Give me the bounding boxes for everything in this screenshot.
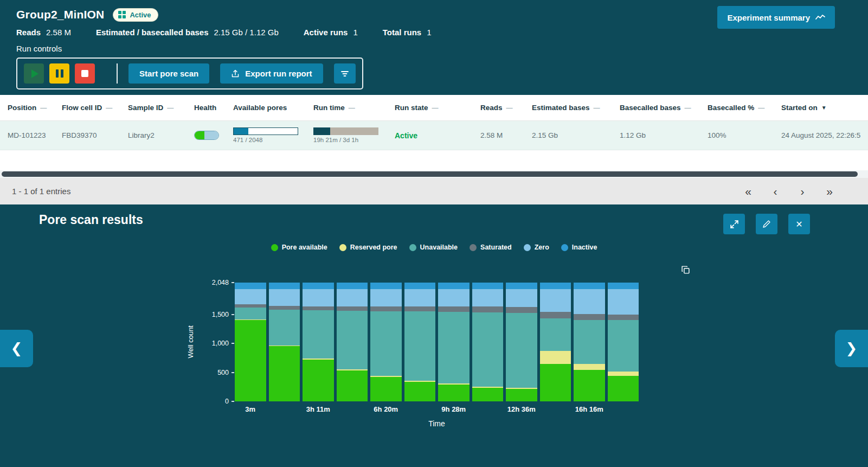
stat-value: 1 bbox=[427, 28, 431, 37]
first-page-button[interactable]: « bbox=[741, 185, 755, 197]
column-label: Reads bbox=[480, 104, 503, 112]
column-label: Available pores bbox=[233, 104, 287, 112]
export-run-report-button[interactable]: Export run report bbox=[220, 63, 323, 84]
expand-chart-button[interactable] bbox=[723, 214, 745, 234]
segment-inactive bbox=[404, 283, 436, 289]
cell-available-pores: 471 / 2048 bbox=[233, 127, 313, 143]
horizontal-scrollbar[interactable] bbox=[0, 170, 868, 178]
pore-scan-plot bbox=[235, 283, 639, 401]
column-label: Started on bbox=[781, 104, 818, 112]
stat-total-runs: Total runs 1 bbox=[383, 28, 432, 37]
scan-bar-6[interactable] bbox=[404, 283, 436, 401]
scan-bar-2[interactable] bbox=[269, 283, 300, 401]
start-pore-scan-button[interactable]: Start pore scan bbox=[128, 63, 209, 84]
last-page-button[interactable]: » bbox=[822, 185, 837, 197]
segment-unavailable bbox=[506, 313, 537, 388]
annotate-chart-button[interactable] bbox=[756, 214, 777, 234]
segment-pore-available bbox=[370, 377, 402, 401]
segment-inactive bbox=[370, 283, 402, 289]
chart-line-icon bbox=[815, 14, 825, 21]
column-header-reads[interactable]: Reads— bbox=[480, 104, 532, 112]
x-axis-label: Time bbox=[235, 419, 639, 428]
column-header-estimated-bases[interactable]: Estimated bases— bbox=[532, 104, 620, 112]
scan-bar-5[interactable] bbox=[370, 283, 402, 401]
pager-buttons: « ‹ › » bbox=[741, 185, 837, 197]
run-time-text: 19h 21m / 3d 1h bbox=[313, 137, 389, 143]
column-label: Sample ID bbox=[128, 104, 163, 112]
scan-bar-7[interactable] bbox=[438, 283, 470, 401]
scan-bar-12[interactable] bbox=[608, 283, 639, 401]
segment-inactive bbox=[608, 283, 639, 289]
column-header-flow-cell-id[interactable]: Flow cell ID— bbox=[62, 104, 128, 112]
scan-bar-11[interactable] bbox=[574, 283, 605, 401]
column-header-sample-id[interactable]: Sample ID— bbox=[128, 104, 194, 112]
legend-label: Pore available bbox=[282, 244, 327, 251]
column-header-available-pores[interactable]: Available pores bbox=[233, 104, 313, 112]
copy-chart-button[interactable] bbox=[680, 264, 691, 276]
y-axis-ticks: 05001,0001,5002,048 bbox=[197, 283, 234, 401]
scan-bar-9[interactable] bbox=[506, 283, 537, 401]
expand-icon bbox=[730, 220, 739, 229]
x-axis-ticks: 3m3h 11m6h 20m9h 28m12h 36m16h 16m bbox=[235, 405, 639, 414]
column-header-basecalled-bases[interactable]: Basecalled bases— bbox=[620, 104, 708, 112]
pause-button[interactable] bbox=[49, 63, 69, 84]
column-header-run-time[interactable]: Run time— bbox=[313, 104, 395, 112]
segment-pore-available bbox=[608, 376, 639, 401]
legend-item-zero[interactable]: Zero bbox=[524, 243, 549, 252]
column-header-position[interactable]: Position— bbox=[8, 104, 62, 112]
segment-unavailable bbox=[269, 310, 300, 346]
cell-sample-id: Library2 bbox=[128, 131, 194, 139]
flowcell-grid-icon bbox=[118, 11, 126, 18]
column-header-health[interactable]: Health bbox=[194, 104, 233, 112]
available-pores-text: 471 / 2048 bbox=[233, 137, 308, 143]
status-badge-label: Active bbox=[130, 11, 151, 19]
segment-pore-available bbox=[235, 320, 266, 401]
scan-bar-1[interactable] bbox=[235, 283, 266, 401]
cell-estimated-bases: 2.15 Gb bbox=[532, 131, 620, 139]
start-pore-scan-label: Start pore scan bbox=[139, 69, 198, 78]
cell-run-state: Active bbox=[395, 131, 480, 140]
health-indicator bbox=[194, 131, 219, 140]
next-chart-button[interactable]: ❯ bbox=[835, 330, 868, 367]
close-panel-button[interactable]: ✕ bbox=[788, 214, 810, 234]
scan-bar-10[interactable] bbox=[540, 283, 571, 401]
prev-page-button[interactable]: ‹ bbox=[768, 185, 782, 197]
legend-item-inactive[interactable]: Inactive bbox=[561, 243, 597, 252]
segment-reserved-pore bbox=[608, 372, 639, 375]
filter-button[interactable] bbox=[334, 63, 356, 84]
segment-zero bbox=[303, 289, 334, 306]
sort-dash-icon: — bbox=[106, 104, 112, 112]
legend-dot bbox=[409, 244, 416, 251]
column-header-basecalled-pct[interactable]: Basecalled %— bbox=[708, 104, 781, 112]
legend-item-saturated[interactable]: Saturated bbox=[470, 243, 512, 252]
next-page-button[interactable]: › bbox=[795, 185, 809, 197]
legend-item-unavailable[interactable]: Unavailable bbox=[409, 243, 458, 252]
table-row[interactable]: MD-101223 FBD39370 Library2 471 / 2048 bbox=[0, 121, 868, 150]
health-other-segment bbox=[204, 131, 218, 139]
segment-pore-available bbox=[506, 389, 537, 401]
segment-zero bbox=[370, 289, 402, 306]
x-tick-label: 16h 16m bbox=[574, 405, 605, 414]
play-button[interactable] bbox=[24, 63, 44, 84]
x-tick-label: 3h 11m bbox=[303, 405, 334, 414]
stop-button[interactable] bbox=[75, 63, 95, 84]
scrollbar-thumb[interactable] bbox=[2, 171, 858, 177]
filter-icon bbox=[340, 70, 349, 78]
segment-unavailable bbox=[608, 320, 639, 372]
segment-saturated bbox=[438, 306, 470, 312]
legend-item-pore-available[interactable]: Pore available bbox=[271, 243, 327, 252]
experiment-summary-button[interactable]: Experiment summary bbox=[717, 6, 835, 29]
prev-chart-button[interactable]: ❮ bbox=[0, 330, 33, 367]
scan-bar-8[interactable] bbox=[472, 283, 504, 401]
scan-bar-4[interactable] bbox=[337, 283, 368, 401]
scan-bar-3[interactable] bbox=[303, 283, 334, 401]
column-header-run-state[interactable]: Run state— bbox=[395, 104, 480, 112]
sort-desc-icon: ▼ bbox=[821, 105, 827, 111]
transport-controls bbox=[24, 63, 118, 84]
x-tick-label: 12h 36m bbox=[506, 405, 537, 414]
column-header-started-on[interactable]: Started on▼ bbox=[781, 104, 868, 112]
stat-value: 2.15 Gb / 1.12 Gb bbox=[214, 28, 279, 37]
legend-item-reserved-pore[interactable]: Reserved pore bbox=[339, 243, 397, 252]
sort-dash-icon: — bbox=[432, 104, 439, 112]
x-tick-label: 6h 20m bbox=[370, 405, 402, 414]
